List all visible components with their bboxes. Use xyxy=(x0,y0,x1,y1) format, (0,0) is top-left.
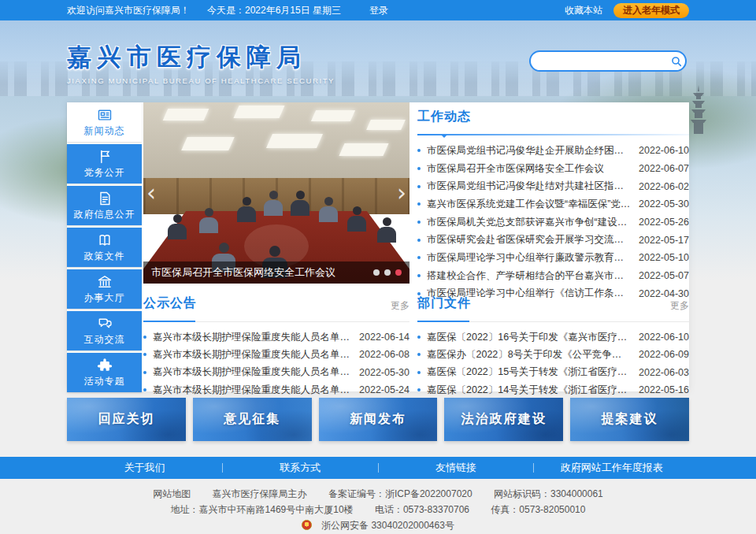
dept-files-title[interactable]: 部门文件 xyxy=(417,296,471,310)
elder-mode-button[interactable]: 进入老年模式 xyxy=(613,3,689,18)
person-silhouette xyxy=(346,206,367,233)
search-box xyxy=(529,50,687,72)
chat-bubbles-icon xyxy=(97,316,113,332)
sidebar-item-label: 党务公开 xyxy=(67,166,142,180)
news-title[interactable]: 嘉兴市本级长期护理保险重度失能人员名单公示（2... xyxy=(153,331,351,344)
bullet-dot xyxy=(143,388,146,391)
work-news-title[interactable]: 工作动态 xyxy=(417,109,471,123)
sidebar-item-service-hall[interactable]: 办事大厅 xyxy=(67,269,142,309)
list-item[interactable]: 嘉兴市本级长期护理保险重度失能人员名单公示（2...2022-06-08 xyxy=(143,346,410,363)
news-title[interactable]: 搭建校企合作、产学研相结合的平台嘉兴市长期护理... xyxy=(427,269,631,283)
sidebar-item-label: 政府信息公开 xyxy=(67,208,142,221)
news-date: 2022-05-17 xyxy=(639,235,689,246)
bullet-dot xyxy=(417,167,421,170)
notices-more-link[interactable]: 更多 xyxy=(391,299,410,313)
news-carousel[interactable]: ‹ › 市医保局召开全市医保网络安全工作会议 xyxy=(143,102,410,284)
news-title[interactable]: 嘉医保〔2022〕16号关于印发《嘉兴市医疗保... xyxy=(427,331,631,344)
banner-news-release[interactable]: 新闻发布 xyxy=(319,398,438,441)
bullet-dot xyxy=(417,256,421,259)
sidebar-item-special-topics[interactable]: 活动专题 xyxy=(67,353,142,392)
footer-line-3: 浙公网安备 33040202000463号 xyxy=(0,517,756,533)
carousel-next-button[interactable]: › xyxy=(397,181,406,205)
dept-files-list: 嘉医保〔2022〕16号关于印发《嘉兴市医疗保...2022-06-10 嘉医保… xyxy=(417,328,689,399)
bullet-dot xyxy=(417,185,421,188)
bullet-dot xyxy=(417,149,421,152)
news-date: 2022-05-24 xyxy=(359,384,410,395)
list-item[interactable]: 嘉医保办〔2022〕8号关于印发《公平竞争审查...2022-06-09 xyxy=(417,346,689,363)
banner-law-gov-construction[interactable]: 法治政府建设 xyxy=(444,398,563,441)
carousel-dot-1[interactable] xyxy=(373,269,380,276)
news-title[interactable]: 市医保局党组书记冯俊华赴结对共建社区指导全国文... xyxy=(427,180,631,193)
fax-text: 传真：0573-82050010 xyxy=(491,504,585,515)
sidebar-item-label: 办事大厅 xyxy=(67,291,142,305)
icp-record[interactable]: 备案证编号：浙ICP备2022007020 xyxy=(328,488,472,499)
notices-title[interactable]: 公示公告 xyxy=(143,296,197,310)
list-item[interactable]: 嘉兴市本级长期护理保险重度失能人员名单公示（2...2022-05-30 xyxy=(143,364,410,381)
sidebar-item-label: 新闻动态 xyxy=(67,124,142,138)
security-record-link[interactable]: 浙公网安备 33040202000463号 xyxy=(321,520,454,531)
list-item[interactable]: 嘉医保〔2022〕15号关于转发《浙江省医疗保...2022-06-03 xyxy=(417,364,689,381)
footer-nav-about[interactable]: 关于我们 xyxy=(67,461,222,475)
news-title[interactable]: 市医保研究会赴省医保研究会开展学习交流活动 xyxy=(427,233,631,247)
banner-label: 法治政府建设 xyxy=(461,411,547,428)
list-item[interactable]: 市医保局党组书记冯俊华赴结对共建社区指导全国文...2022-06-02 xyxy=(417,177,689,195)
banner-proposal-suggestions[interactable]: 提案建议 xyxy=(570,398,689,441)
news-title[interactable]: 嘉兴市本级长期护理保险重度失能人员名单公示（2... xyxy=(153,384,351,397)
list-item[interactable]: 嘉兴市本级长期护理保险重度失能人员名单公示（2...2022-06-14 xyxy=(143,328,410,346)
sidebar-item-gov-info[interactable]: 政府信息公开 xyxy=(67,186,142,225)
news-title[interactable]: 嘉医保〔2022〕14号关于转发《浙江省医疗保... xyxy=(427,384,631,397)
news-title[interactable]: 嘉医保办〔2022〕8号关于印发《公平竞争审查... xyxy=(427,348,631,362)
news-title[interactable]: 嘉兴市本级长期护理保险重度失能人员名单公示（2... xyxy=(153,365,351,379)
favorite-site-link[interactable]: 收藏本站 xyxy=(565,4,602,17)
news-title[interactable]: 市医保局理论学习中心组举行廉政警示教育专题学习... xyxy=(427,251,631,265)
list-item[interactable]: 市医保局理论学习中心组举行廉政警示教育专题学习...2022-05-10 xyxy=(417,249,689,267)
sidebar-item-news[interactable]: 新闻动态 xyxy=(67,102,142,142)
list-item[interactable]: 嘉医保〔2022〕14号关于转发《浙江省医疗保...2022-05-16 xyxy=(417,381,689,399)
carousel-caption[interactable]: 市医保局召开全市医保网络安全工作会议 xyxy=(151,265,367,280)
sidebar-item-policy-files[interactable]: 政策文件 xyxy=(67,228,142,267)
list-item[interactable]: 嘉兴市医保系统党建工作会议暨“幸福医保”党建联...2022-05-30 xyxy=(417,195,689,213)
list-item[interactable]: 市医保研究会赴省医保研究会开展学习交流活动2022-05-17 xyxy=(417,231,689,249)
party-flag-icon xyxy=(97,149,113,165)
banner-opinion-collection[interactable]: 意见征集 xyxy=(193,398,312,441)
news-date: 2022-05-07 xyxy=(639,270,689,281)
list-item[interactable]: 市医保局党组书记冯俊华赴企开展助企纾困活动2022-06-10 xyxy=(417,142,689,160)
list-item[interactable]: 嘉医保〔2022〕16号关于印发《嘉兴市医疗保...2022-06-10 xyxy=(417,328,689,346)
login-link[interactable]: 登录 xyxy=(369,4,388,17)
search-button[interactable] xyxy=(667,52,685,70)
sidebar-item-interaction[interactable]: 互动交流 xyxy=(67,311,142,350)
newspaper-icon xyxy=(97,107,113,123)
site-logo: 嘉兴市医疗保障局 JIAXING MUNICIPAL BUREAU OF HEA… xyxy=(67,41,335,85)
site-title: 嘉兴市医疗保障局 xyxy=(67,41,335,74)
list-item[interactable]: 市医保局机关党总支部获评嘉兴市争创“建设清廉机...2022-05-26 xyxy=(417,213,689,232)
footer-nav: 关于我们 联系方式 友情链接 政府网站工作年度报表 xyxy=(0,457,756,479)
news-title[interactable]: 市医保局党组书记冯俊华赴企开展助企纾困活动 xyxy=(427,144,631,158)
search-input[interactable] xyxy=(531,52,667,70)
news-date: 2022-05-10 xyxy=(639,252,689,263)
carousel-dot-2[interactable] xyxy=(384,269,391,276)
sidebar-item-party-affairs[interactable]: 党务公开 xyxy=(67,144,142,184)
bullet-dot xyxy=(417,336,421,339)
news-title[interactable]: 市医保局召开全市医保网络安全工作会议 xyxy=(427,162,631,176)
list-item[interactable]: 嘉兴市本级长期护理保险重度失能人员名单公示（2...2022-05-24 xyxy=(143,381,410,399)
bullet-dot xyxy=(143,371,146,374)
sitemap-link[interactable]: 网站地图 xyxy=(153,488,191,499)
footer-nav-links[interactable]: 友情链接 xyxy=(379,461,534,475)
news-title[interactable]: 嘉兴市本级长期护理保险重度失能人员名单公示（2... xyxy=(153,348,351,362)
dept-files-more-link[interactable]: 更多 xyxy=(670,299,689,313)
news-title[interactable]: 嘉医保〔2022〕15号关于转发《浙江省医疗保... xyxy=(427,365,631,379)
carousel-dot-3-active[interactable] xyxy=(395,269,402,276)
news-title[interactable]: 市医保局机关党总支部获评嘉兴市争创“建设清廉机... xyxy=(427,216,631,229)
footer-info: 网站地图 嘉兴市医疗保障局主办 备案证编号：浙ICP备2022007020 网站… xyxy=(0,479,756,534)
footer-nav-annual-report[interactable]: 政府网站工作年度报表 xyxy=(534,461,689,475)
carousel-prev-button[interactable]: ‹ xyxy=(146,181,156,205)
notices-list: 嘉兴市本级长期护理保险重度失能人员名单公示（2...2022-06-14 嘉兴市… xyxy=(143,328,410,399)
banner-respond-concerns[interactable]: 回应关切 xyxy=(67,398,186,441)
footer-nav-contact[interactable]: 联系方式 xyxy=(223,461,378,475)
news-title[interactable]: 嘉兴市医保系统党建工作会议暨“幸福医保”党建联... xyxy=(427,198,631,211)
list-item[interactable]: 市医保局召开全市医保网络安全工作会议2022-06-07 xyxy=(417,160,689,178)
news-date: 2022-06-10 xyxy=(639,145,689,156)
banner-label: 意见征集 xyxy=(224,411,280,428)
list-item[interactable]: 搭建校企合作、产学研相结合的平台嘉兴市长期护理...2022-05-07 xyxy=(417,267,689,285)
news-date: 2022-06-03 xyxy=(639,367,689,378)
